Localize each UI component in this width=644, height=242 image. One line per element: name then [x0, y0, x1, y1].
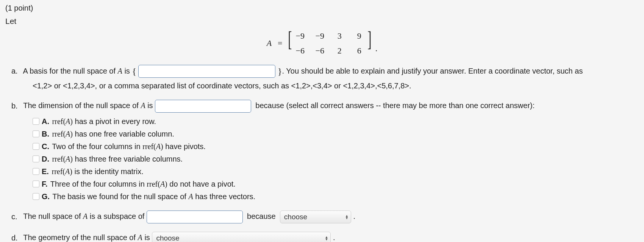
period: .: [333, 234, 335, 242]
matrix-cell: −9: [314, 30, 325, 42]
rref: rref(: [52, 155, 66, 163]
option-letter: G.: [42, 192, 50, 201]
matrix-cell: −6: [295, 44, 305, 57]
rref: rref(: [52, 167, 65, 176]
part-a-after: . You should be able to explain and just…: [282, 67, 583, 75]
checkbox-E[interactable]: [33, 168, 39, 175]
var-A: A: [188, 192, 193, 201]
option-G: G. The basis we found for the null space…: [33, 191, 644, 202]
select-arrows-icon: ▲▼: [345, 215, 349, 219]
checkbox-F[interactable]: [33, 181, 39, 187]
equation-period: .: [375, 42, 378, 57]
part-d-pre: The geometry of the null space of: [23, 234, 138, 242]
points-label: (1 point): [5, 2, 644, 14]
equals-sign: =: [278, 37, 282, 49]
option-letter: C.: [42, 142, 49, 151]
part-b: b. The dimension of the null space of A …: [11, 100, 644, 202]
option-text: has three free variable columns.: [73, 155, 183, 163]
var-A: A: [138, 234, 142, 242]
var-A: A: [66, 130, 70, 138]
var-A: A: [83, 212, 88, 221]
matrix-A: −9 −9 3 9 −6 −6 2 6: [293, 30, 366, 57]
text: is: [145, 102, 155, 110]
option-letter: A.: [42, 117, 49, 126]
option-E: E. rref(A) is the identity matrix.: [33, 166, 644, 177]
part-label-a: a.: [11, 65, 21, 77]
option-letter: B.: [42, 130, 49, 138]
option-pre: Three of the four columns in: [50, 180, 147, 188]
subspace-input[interactable]: [147, 211, 243, 223]
select-value: choose: [156, 233, 179, 242]
rparen: ): [70, 155, 73, 163]
part-c: c. The null space of A is a subspace of …: [11, 211, 644, 223]
part-a-line2: <1,2> or <1,2,3,4>, or a comma separated…: [11, 80, 644, 91]
because-label: because: [247, 212, 276, 221]
matrix-cell: −6: [314, 44, 325, 57]
reason-select[interactable]: choose ▲▼: [280, 211, 351, 223]
rparen: ): [165, 180, 167, 188]
rref: rref(: [52, 130, 66, 138]
part-b-after: because (select all correct answers -- t…: [255, 102, 535, 110]
period: .: [353, 212, 355, 221]
left-bracket: [: [288, 28, 292, 56]
part-label-c: c.: [11, 211, 21, 222]
option-post: has three vectors.: [193, 192, 256, 201]
basis-input[interactable]: [138, 65, 275, 78]
matrix-cell: −9: [295, 30, 305, 42]
text: is: [122, 67, 132, 75]
checkbox-G[interactable]: [33, 193, 39, 200]
rref: rref(: [147, 180, 160, 188]
option-letter: F.: [42, 180, 48, 188]
part-a: a. A basis for the null space of A is { …: [11, 64, 644, 92]
var-A: A: [66, 155, 70, 163]
option-A: A. rref(A) has a pivot in every row.: [33, 116, 644, 127]
rparen: ): [70, 117, 73, 126]
matrix-cell: 6: [354, 44, 364, 57]
checkbox-B[interactable]: [33, 130, 39, 137]
let-label: Let: [5, 15, 644, 27]
option-text: do not have a pivot.: [167, 180, 236, 188]
right-brace: }: [278, 66, 282, 76]
matrix-cell: 3: [334, 30, 345, 42]
option-text: has a pivot in every row.: [73, 117, 156, 126]
checkbox-D[interactable]: [33, 156, 39, 162]
dimension-input[interactable]: [155, 100, 251, 113]
checkbox-C[interactable]: [33, 143, 39, 150]
option-F: F. Three of the four columns in rref(A) …: [33, 178, 644, 190]
option-letter: D.: [42, 155, 49, 163]
checkbox-A[interactable]: [33, 118, 39, 125]
matrix-equation: A = [ −9 −9 3 9 −6 −6 2 6 ] .: [0, 30, 644, 57]
part-a-text: A basis for the null space of: [23, 67, 117, 75]
option-pre: Two of the four columns in: [52, 142, 142, 151]
equation-lhs: A: [267, 37, 272, 49]
matrix-cell: 9: [354, 30, 364, 42]
option-text: have pivots.: [163, 142, 206, 151]
matrix-cell: 2: [334, 44, 345, 57]
var-A: A: [118, 67, 122, 75]
rref: rref(: [52, 117, 66, 126]
part-c-mid: is a subspace of: [88, 212, 147, 221]
option-letter: E.: [42, 167, 49, 176]
option-B: B. rref(A) has one free variable column.: [33, 128, 644, 140]
part-label-b: b.: [11, 100, 21, 112]
var-A: A: [156, 142, 161, 151]
var-A: A: [65, 167, 70, 176]
part-b-text: The dimension of the null space of: [23, 102, 141, 110]
select-arrows-icon: ▲▼: [325, 236, 328, 240]
var-A: A: [160, 180, 165, 188]
option-C: C. Two of the four columns in rref(A) ha…: [33, 141, 644, 152]
rref: rref(: [142, 142, 156, 151]
part-d: d. The geometry of the null space of A i…: [11, 232, 644, 242]
rparen: ): [70, 130, 73, 138]
rparen: ): [70, 167, 72, 176]
part-label-d: d.: [11, 232, 21, 242]
part-c-pre: The null space of: [23, 212, 83, 221]
option-text: has one free variable column.: [73, 130, 174, 138]
right-bracket: ]: [367, 28, 371, 56]
option-text: is the identity matrix.: [72, 167, 144, 176]
geometry-select[interactable]: choose ▲▼: [152, 232, 331, 242]
select-value: choose: [284, 212, 307, 223]
var-A: A: [141, 102, 145, 110]
text: is: [142, 234, 152, 242]
option-D: D. rref(A) has three free variable colum…: [33, 153, 644, 165]
